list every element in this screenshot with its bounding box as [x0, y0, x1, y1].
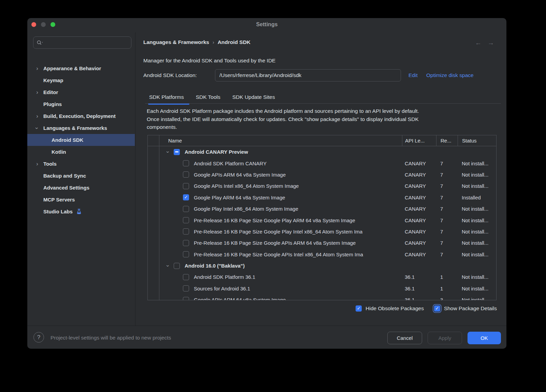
- chevron-down-icon[interactable]: ›: [35, 126, 40, 131]
- search-input[interactable]: [46, 40, 128, 46]
- table-row[interactable]: Pre-Release 16 KB Page Size Google Play …: [148, 226, 496, 237]
- sidebar-item-label: Advanced Settings: [27, 185, 89, 191]
- package-checkbox[interactable]: [183, 297, 189, 300]
- sidebar-item[interactable]: Plugins: [27, 98, 135, 110]
- column-header-name[interactable]: Name: [148, 135, 402, 146]
- package-checkbox[interactable]: [183, 251, 189, 257]
- package-name: Android SDK Platform 36.1: [194, 274, 255, 280]
- package-checkbox[interactable]: [183, 274, 189, 280]
- sidebar-item[interactable]: Kotlin: [27, 146, 135, 158]
- table-body: › Android CANARY Preview Android SDK Pla…: [148, 146, 496, 300]
- table-group-row[interactable]: › Android CANARY Preview: [148, 146, 496, 157]
- footer-buttons: CancelApplyOK: [387, 332, 501, 344]
- status-cell: Not install...: [458, 203, 496, 214]
- table-row[interactable]: Pre-Release 16 KB Page Size Google APIs …: [148, 237, 496, 248]
- sidebar-item-label: Android SDK: [27, 137, 83, 143]
- revision-cell: 1: [436, 283, 458, 294]
- group-checkbox[interactable]: [174, 149, 180, 155]
- sidebar-item[interactable]: Backup and Sync: [27, 170, 135, 182]
- sidebar-item-label: Tools: [27, 161, 57, 167]
- table-row[interactable]: Google APIs ARM 64 v8a System Image CANA…: [148, 169, 496, 180]
- sidebar-item[interactable]: ›Build, Execution, Deployment: [27, 110, 135, 122]
- tabs-divider: [145, 103, 501, 104]
- option-label: Hide Obsolete Packages: [365, 305, 424, 312]
- sidebar-item-label: Build, Execution, Deployment: [27, 113, 116, 119]
- table-row[interactable]: Pre-Release 16 KB Page Size Google APIs …: [148, 249, 496, 260]
- sidebar-item[interactable]: ›Languages & Frameworks: [27, 122, 135, 134]
- tab-sdk-tools[interactable]: SDK Tools: [196, 90, 220, 104]
- table-row[interactable]: Google Play Intel x86_64 Atom System Ima…: [148, 203, 496, 214]
- table-row[interactable]: Google Play ARM 64 v8a System Image CANA…: [148, 192, 496, 203]
- status-cell: Not install...: [458, 294, 496, 300]
- package-checkbox[interactable]: [183, 206, 189, 212]
- status-cell: [458, 260, 496, 271]
- tab-sdk-update-sites[interactable]: SDK Update Sites: [232, 90, 275, 104]
- package-checkbox[interactable]: [183, 194, 189, 200]
- revision-cell: 7: [436, 237, 458, 248]
- package-checkbox[interactable]: [183, 217, 189, 223]
- api-level-cell: CANARY: [402, 249, 436, 260]
- package-checkbox[interactable]: [183, 285, 189, 291]
- sidebar-item[interactable]: Keymap: [27, 74, 135, 86]
- option-hide-obsolete-packages[interactable]: Hide Obsolete Packages: [356, 305, 424, 312]
- column-header-status[interactable]: Status: [458, 135, 496, 146]
- sidebar-item[interactable]: Studio Labs: [27, 206, 135, 217]
- api-level-cell: CANARY: [402, 180, 436, 192]
- chevron-right-icon[interactable]: ›: [35, 162, 40, 166]
- back-arrow-icon[interactable]: ←: [475, 39, 488, 46]
- optimize-disk-space-link[interactable]: Optimize disk space: [426, 69, 474, 81]
- chevron-down-icon[interactable]: ›: [165, 263, 171, 268]
- page-subtitle: Manager for the Android SDK and Tools us…: [143, 58, 275, 64]
- sidebar-item[interactable]: ›Appearance & Behavior: [27, 62, 135, 74]
- sidebar-item-label: Plugins: [27, 101, 62, 107]
- tab-sdk-platforms[interactable]: SDK Platforms: [149, 90, 184, 104]
- cancel-button[interactable]: Cancel: [387, 332, 422, 344]
- option-label: Show Package Details: [444, 305, 497, 312]
- chevron-down-icon[interactable]: ›: [165, 150, 171, 154]
- edit-link[interactable]: Edit: [408, 69, 418, 81]
- table-header: Name API Le... Re... Status: [148, 135, 496, 146]
- table-row[interactable]: Android SDK Platform 36.1 36.1 1 Not ins…: [148, 271, 496, 283]
- sidebar-item[interactable]: ›Editor: [27, 86, 135, 98]
- table-group-row[interactable]: › Android 16.0 ("Baklava"): [148, 260, 496, 271]
- forward-arrow-icon[interactable]: →: [488, 39, 500, 46]
- window-title: Settings: [27, 21, 506, 28]
- column-header-revision[interactable]: Re...: [436, 135, 458, 146]
- column-header-api-level[interactable]: API Le...: [402, 135, 436, 146]
- api-level-cell: [402, 146, 436, 157]
- help-icon[interactable]: ?: [33, 332, 44, 343]
- chevron-right-icon[interactable]: ›: [35, 66, 40, 71]
- ok-button[interactable]: OK: [468, 332, 501, 344]
- option-checkbox[interactable]: [356, 305, 362, 312]
- api-level-cell: CANARY: [402, 237, 436, 248]
- chevron-right-icon[interactable]: ›: [35, 90, 40, 95]
- option-checkbox[interactable]: [434, 305, 440, 312]
- breadcrumb-section[interactable]: Languages & Frameworks: [143, 39, 209, 45]
- sidebar-item[interactable]: MCP Servers: [27, 194, 135, 206]
- status-cell: Not install...: [458, 169, 496, 180]
- group-checkbox[interactable]: [174, 263, 180, 269]
- package-checkbox[interactable]: [183, 160, 189, 166]
- package-checkbox[interactable]: [183, 240, 189, 246]
- api-level-cell: CANARY: [402, 192, 436, 203]
- status-cell: Not install...: [458, 214, 496, 226]
- table-row[interactable]: Google APIs ARM 64 v8a System Image 36.1…: [148, 294, 496, 300]
- package-checkbox[interactable]: [183, 171, 189, 178]
- apply-button[interactable]: Apply: [428, 332, 462, 344]
- history-arrows: ←→: [475, 39, 500, 47]
- sidebar-item[interactable]: Android SDK: [27, 134, 135, 146]
- sidebar-item[interactable]: ›Tools: [27, 158, 135, 170]
- sdk-location-input[interactable]: [215, 69, 401, 81]
- table-row[interactable]: Sources for Android 36.1 36.1 1 Not inst…: [148, 283, 496, 294]
- chevron-right-icon[interactable]: ›: [35, 114, 40, 119]
- footer-hint: Project-level settings will be applied t…: [51, 335, 171, 341]
- package-checkbox[interactable]: [183, 228, 189, 235]
- table-row[interactable]: Google APIs Intel x86_64 Atom System Ima…: [148, 180, 496, 192]
- option-show-package-details[interactable]: Show Package Details: [434, 305, 497, 312]
- sidebar-item[interactable]: Advanced Settings: [27, 182, 135, 194]
- settings-search-field[interactable]: [33, 36, 131, 49]
- table-row[interactable]: Android SDK Platform CANARY CANARY 7 Not…: [148, 157, 496, 169]
- table-row[interactable]: Pre-Release 16 KB Page Size Google Play …: [148, 214, 496, 226]
- package-checkbox[interactable]: [183, 183, 189, 189]
- packages-table: Name API Le... Re... Status › Android CA…: [147, 135, 497, 300]
